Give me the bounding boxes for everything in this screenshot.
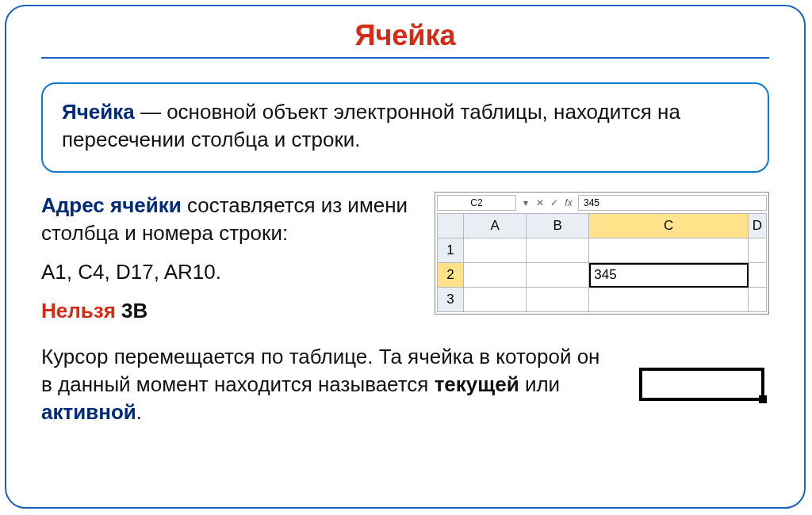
definition-text: — основной объект электронной таблицы, н…	[62, 100, 680, 151]
formula-bar-row: C2 ▾ ✕ ✓ fx 345	[437, 194, 767, 212]
cursor-note-dot: .	[136, 400, 142, 424]
cell-a1[interactable]	[464, 238, 527, 263]
cell-c2-active[interactable]: 345	[589, 263, 749, 288]
mid-row: Адрес ячейки составляется из имени столб…	[41, 192, 769, 336]
cell-c3[interactable]	[589, 288, 749, 312]
cell-d1[interactable]	[749, 238, 767, 263]
title-divider	[41, 57, 769, 59]
formula-icons: ▾ ✕ ✓ fx	[519, 197, 575, 208]
cursor-note: Курсор перемещается по таблице. Та ячейк…	[41, 343, 612, 426]
cell-b2[interactable]	[527, 263, 589, 288]
address-label: Адрес ячейки	[41, 193, 182, 217]
active-cell-frame	[639, 368, 764, 401]
mini-spreadsheet: C2 ▾ ✕ ✓ fx 345 A B C D 1	[435, 192, 769, 315]
cancel-icon[interactable]: ✕	[534, 197, 546, 208]
col-header-d[interactable]: D	[749, 214, 767, 238]
definition-box: Ячейка — основной объект электронной таб…	[41, 82, 769, 173]
name-box[interactable]: C2	[437, 195, 516, 211]
cursor-note-active: активной	[41, 400, 136, 424]
cell-c1[interactable]	[589, 238, 749, 263]
slide-card: Ячейка Ячейка — основной объект электрон…	[5, 5, 806, 509]
active-cell-illustration	[634, 368, 769, 401]
address-examples: А1, С4, D17, AR10.	[41, 258, 412, 286]
cell-b3[interactable]	[527, 288, 589, 312]
fill-handle-icon	[759, 395, 767, 403]
col-header-b[interactable]: B	[527, 214, 589, 238]
col-header-a[interactable]: A	[464, 214, 527, 238]
sheet-grid: A B C D 1 2 345	[437, 213, 767, 312]
row-header-2[interactable]: 2	[438, 263, 464, 288]
cursor-note-or: или	[519, 372, 560, 396]
col-header-c[interactable]: C	[589, 214, 749, 238]
forbidden-example: 3В	[116, 299, 147, 322]
enter-icon[interactable]: ✓	[548, 197, 561, 208]
cell-d2[interactable]	[749, 263, 767, 288]
definition-term: Ячейка	[62, 100, 135, 124]
formula-bar[interactable]: 345	[578, 195, 767, 211]
row-header-3[interactable]: 3	[438, 288, 464, 312]
cell-d3[interactable]	[749, 288, 767, 312]
cell-a3[interactable]	[464, 288, 527, 312]
address-block: Адрес ячейки составляется из имени столб…	[41, 192, 412, 336]
cursor-note-current: текущей	[435, 372, 519, 396]
cell-a2[interactable]	[464, 263, 527, 288]
bottom-row: Курсор перемещается по таблице. Та ячейк…	[41, 343, 769, 426]
fx-icon[interactable]: fx	[562, 197, 575, 208]
select-all-corner[interactable]	[438, 214, 464, 238]
forbidden-label: Нельзя	[41, 299, 116, 322]
cell-b1[interactable]	[527, 238, 589, 263]
row-header-1[interactable]: 1	[438, 238, 464, 263]
dropdown-icon[interactable]: ▾	[519, 197, 532, 208]
page-title: Ячейка	[41, 19, 769, 52]
